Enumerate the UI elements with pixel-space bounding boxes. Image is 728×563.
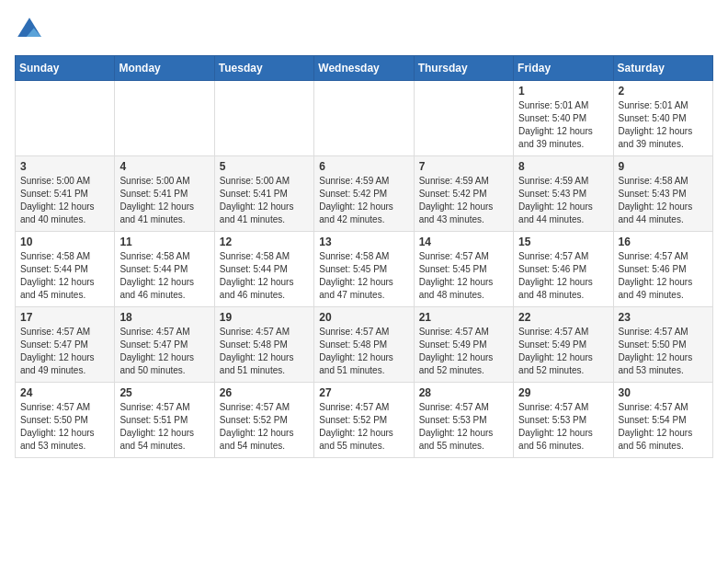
day-info: Sunrise: 4:57 AM Sunset: 5:45 PM Dayligh… <box>419 250 508 302</box>
day-cell: 13Sunrise: 4:58 AM Sunset: 5:45 PM Dayli… <box>314 232 414 307</box>
weekday-header-sunday: Sunday <box>16 56 115 81</box>
day-info: Sunrise: 5:00 AM Sunset: 5:41 PM Dayligh… <box>119 175 209 226</box>
day-info: Sunrise: 4:57 AM Sunset: 5:48 PM Dayligh… <box>220 326 309 377</box>
day-info: Sunrise: 4:58 AM Sunset: 5:44 PM Dayligh… <box>119 250 209 302</box>
day-number: 1 <box>518 85 608 98</box>
header <box>15 15 713 44</box>
day-number: 24 <box>20 386 109 399</box>
day-cell: 24Sunrise: 4:57 AM Sunset: 5:50 PM Dayli… <box>16 383 115 458</box>
day-info: Sunrise: 5:01 AM Sunset: 5:40 PM Dayligh… <box>518 99 608 151</box>
day-cell: 11Sunrise: 4:58 AM Sunset: 5:44 PM Dayli… <box>115 232 214 307</box>
week-row-1: 1Sunrise: 5:01 AM Sunset: 5:40 PM Daylig… <box>16 81 713 156</box>
day-number: 19 <box>220 311 309 324</box>
day-cell: 2Sunrise: 5:01 AM Sunset: 5:40 PM Daylig… <box>613 81 712 156</box>
day-cell: 29Sunrise: 4:57 AM Sunset: 5:53 PM Dayli… <box>514 383 613 458</box>
day-number: 30 <box>619 386 708 399</box>
page-container: SundayMondayTuesdayWednesdayThursdayFrid… <box>0 0 728 465</box>
weekday-header-wednesday: Wednesday <box>314 56 414 81</box>
day-number: 13 <box>319 236 408 248</box>
day-number: 7 <box>419 160 508 173</box>
weekday-header-tuesday: Tuesday <box>214 56 313 81</box>
day-info: Sunrise: 4:58 AM Sunset: 5:45 PM Dayligh… <box>319 250 408 302</box>
day-number: 28 <box>419 386 508 399</box>
day-cell: 4Sunrise: 5:00 AM Sunset: 5:41 PM Daylig… <box>115 156 214 232</box>
day-cell <box>115 81 214 156</box>
day-number: 18 <box>119 311 209 324</box>
day-number: 14 <box>419 236 508 248</box>
day-info: Sunrise: 5:00 AM Sunset: 5:41 PM Dayligh… <box>20 175 109 226</box>
weekday-header-thursday: Thursday <box>414 56 513 81</box>
day-info: Sunrise: 4:57 AM Sunset: 5:47 PM Dayligh… <box>20 326 109 377</box>
day-info: Sunrise: 5:00 AM Sunset: 5:41 PM Dayligh… <box>220 175 309 226</box>
weekday-header-row: SundayMondayTuesdayWednesdayThursdayFrid… <box>16 56 713 81</box>
day-number: 4 <box>119 160 209 173</box>
day-number: 8 <box>518 160 608 173</box>
day-number: 27 <box>319 386 408 399</box>
day-cell: 1Sunrise: 5:01 AM Sunset: 5:40 PM Daylig… <box>514 81 613 156</box>
week-row-2: 3Sunrise: 5:00 AM Sunset: 5:41 PM Daylig… <box>16 156 713 232</box>
day-number: 25 <box>119 386 209 399</box>
logo-icon <box>15 15 44 44</box>
day-info: Sunrise: 4:57 AM Sunset: 5:46 PM Dayligh… <box>619 250 708 302</box>
day-cell: 19Sunrise: 4:57 AM Sunset: 5:48 PM Dayli… <box>214 307 313 383</box>
day-cell: 9Sunrise: 4:58 AM Sunset: 5:43 PM Daylig… <box>613 156 712 232</box>
day-cell: 14Sunrise: 4:57 AM Sunset: 5:45 PM Dayli… <box>414 232 513 307</box>
weekday-header-monday: Monday <box>115 56 214 81</box>
day-number: 29 <box>518 386 608 399</box>
day-info: Sunrise: 4:57 AM Sunset: 5:50 PM Dayligh… <box>619 326 708 377</box>
day-cell: 28Sunrise: 4:57 AM Sunset: 5:53 PM Dayli… <box>414 383 513 458</box>
day-cell <box>414 81 513 156</box>
day-cell <box>214 81 313 156</box>
day-number: 11 <box>119 236 209 248</box>
day-cell <box>314 81 414 156</box>
week-row-4: 17Sunrise: 4:57 AM Sunset: 5:47 PM Dayli… <box>16 307 713 383</box>
day-info: Sunrise: 4:59 AM Sunset: 5:43 PM Dayligh… <box>518 175 608 226</box>
day-number: 5 <box>220 160 309 173</box>
day-info: Sunrise: 4:57 AM Sunset: 5:52 PM Dayligh… <box>220 401 309 453</box>
day-cell: 18Sunrise: 4:57 AM Sunset: 5:47 PM Dayli… <box>115 307 214 383</box>
day-number: 3 <box>20 160 109 173</box>
day-info: Sunrise: 4:59 AM Sunset: 5:42 PM Dayligh… <box>319 175 408 226</box>
calendar-table: SundayMondayTuesdayWednesdayThursdayFrid… <box>15 55 713 458</box>
day-cell: 17Sunrise: 4:57 AM Sunset: 5:47 PM Dayli… <box>16 307 115 383</box>
day-info: Sunrise: 5:01 AM Sunset: 5:40 PM Dayligh… <box>619 99 708 151</box>
day-cell <box>16 81 115 156</box>
day-cell: 16Sunrise: 4:57 AM Sunset: 5:46 PM Dayli… <box>613 232 712 307</box>
day-number: 10 <box>20 236 109 248</box>
day-number: 16 <box>619 236 708 248</box>
day-info: Sunrise: 4:57 AM Sunset: 5:46 PM Dayligh… <box>518 250 608 302</box>
day-cell: 15Sunrise: 4:57 AM Sunset: 5:46 PM Dayli… <box>514 232 613 307</box>
day-cell: 10Sunrise: 4:58 AM Sunset: 5:44 PM Dayli… <box>16 232 115 307</box>
day-cell: 27Sunrise: 4:57 AM Sunset: 5:52 PM Dayli… <box>314 383 414 458</box>
day-number: 21 <box>419 311 508 324</box>
day-number: 17 <box>20 311 109 324</box>
day-cell: 30Sunrise: 4:57 AM Sunset: 5:54 PM Dayli… <box>613 383 712 458</box>
day-info: Sunrise: 4:57 AM Sunset: 5:50 PM Dayligh… <box>20 401 109 453</box>
day-number: 2 <box>619 85 708 98</box>
day-info: Sunrise: 4:57 AM Sunset: 5:48 PM Dayligh… <box>319 326 408 377</box>
day-info: Sunrise: 4:57 AM Sunset: 5:51 PM Dayligh… <box>119 401 209 453</box>
day-cell: 7Sunrise: 4:59 AM Sunset: 5:42 PM Daylig… <box>414 156 513 232</box>
day-info: Sunrise: 4:57 AM Sunset: 5:53 PM Dayligh… <box>518 401 608 453</box>
logo <box>15 15 48 44</box>
day-info: Sunrise: 4:59 AM Sunset: 5:42 PM Dayligh… <box>419 175 508 226</box>
day-cell: 22Sunrise: 4:57 AM Sunset: 5:49 PM Dayli… <box>514 307 613 383</box>
day-number: 15 <box>518 236 608 248</box>
day-number: 23 <box>619 311 708 324</box>
day-cell: 6Sunrise: 4:59 AM Sunset: 5:42 PM Daylig… <box>314 156 414 232</box>
day-cell: 26Sunrise: 4:57 AM Sunset: 5:52 PM Dayli… <box>214 383 313 458</box>
day-info: Sunrise: 4:57 AM Sunset: 5:52 PM Dayligh… <box>319 401 408 453</box>
weekday-header-saturday: Saturday <box>613 56 712 81</box>
day-number: 6 <box>319 160 408 173</box>
day-info: Sunrise: 4:58 AM Sunset: 5:44 PM Dayligh… <box>20 250 109 302</box>
day-number: 26 <box>220 386 309 399</box>
day-number: 22 <box>518 311 608 324</box>
day-cell: 21Sunrise: 4:57 AM Sunset: 5:49 PM Dayli… <box>414 307 513 383</box>
day-info: Sunrise: 4:58 AM Sunset: 5:44 PM Dayligh… <box>220 250 309 302</box>
day-info: Sunrise: 4:57 AM Sunset: 5:53 PM Dayligh… <box>419 401 508 453</box>
weekday-header-friday: Friday <box>514 56 613 81</box>
day-info: Sunrise: 4:57 AM Sunset: 5:47 PM Dayligh… <box>119 326 209 377</box>
day-info: Sunrise: 4:57 AM Sunset: 5:49 PM Dayligh… <box>518 326 608 377</box>
week-row-5: 24Sunrise: 4:57 AM Sunset: 5:50 PM Dayli… <box>16 383 713 458</box>
week-row-3: 10Sunrise: 4:58 AM Sunset: 5:44 PM Dayli… <box>16 232 713 307</box>
